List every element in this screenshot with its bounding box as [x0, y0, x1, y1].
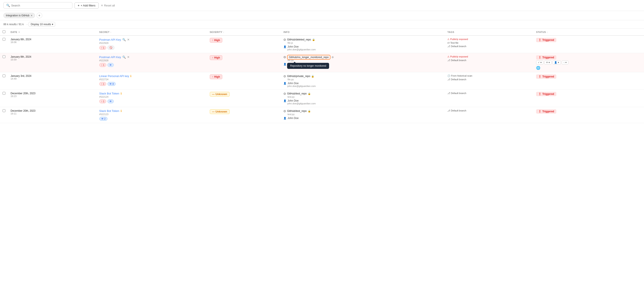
select-all-header[interactable] — [0, 29, 8, 35]
incidents-table: DATE ▼ SECRET ↕ SEVERITY ↕ INFO TAGS STA… — [0, 29, 644, 123]
secret-name-link[interactable]: Slack Bot Token — [99, 92, 119, 95]
file-name: test.py — [288, 95, 442, 98]
user-name: John Doe — [288, 117, 298, 120]
severity-cell: —Unknown — [207, 90, 281, 107]
search-input[interactable] — [11, 4, 70, 7]
repo-name[interactable]: GitHub/no_longer_monitored_repo — [287, 55, 330, 60]
more-button[interactable]: ↑ ▾ — [562, 60, 568, 64]
severity-sort-icon: ↕ — [223, 31, 224, 33]
severity-cell: —Unknown — [207, 107, 281, 123]
remove-filter-button[interactable]: × — [30, 14, 32, 17]
secret-name-link[interactable]: Slack Bot Token — [99, 109, 119, 113]
secret-badges: 👁 2 — [99, 117, 204, 121]
status-sort-icon: ↕ — [547, 31, 548, 33]
secret-badge-flame[interactable]: ↑ 1 — [99, 63, 106, 67]
date-sort-icon: ▼ — [18, 31, 20, 33]
secret-id: #522929 — [99, 42, 204, 44]
user-email: john.doe@gitguardian.com — [287, 48, 442, 51]
tags-cell: ⚠ Publicly exposed⎇ Default branch — [445, 53, 534, 72]
secret-column-header[interactable]: SECRET ↕ — [97, 29, 207, 35]
secret-badge-eye[interactable]: 👁 — [108, 99, 114, 103]
tag-item: ⎇ Default branch — [447, 45, 531, 48]
secret-badge-flame[interactable]: ↑ 1 — [99, 82, 106, 86]
info-icon[interactable]: ℹ — [120, 92, 122, 95]
row-checkbox-2[interactable] — [2, 74, 6, 77]
date-cell: December 20th, 202319:23 — [8, 90, 97, 107]
dismiss-button[interactable]: ✕ ▾ — [544, 60, 552, 64]
secret-cell: Slack Bot Token ℹ #522123 👁 2 — [97, 107, 207, 123]
filter-row: Integration is GitHub × + — [0, 11, 644, 20]
secret-name-link[interactable]: Postman API Key — [99, 38, 121, 41]
secret-badge-flame[interactable]: ↑ 1 — [99, 99, 106, 103]
user-icon: 👤 — [284, 117, 286, 120]
stop-icon: ⊗ — [332, 55, 334, 59]
tags-cell: ⚠ Publicly exposed🏷 Test file⎇ Default b… — [445, 35, 534, 53]
filter-tag-github: Integration is GitHub × — [4, 13, 35, 18]
row-checkbox-4[interactable] — [2, 109, 6, 112]
date-cell: January 3rd, 202414:49 — [8, 72, 97, 90]
secret-sort-icon: ↕ — [110, 31, 112, 33]
github-icon: ⊙ — [284, 92, 286, 95]
tag-item: ⎇ Default branch — [447, 92, 531, 95]
status-column-header[interactable]: STATUS ↕ — [534, 29, 644, 35]
lock-icon: 🔒 — [312, 38, 315, 41]
search-detail-icon[interactable]: 🔍 — [122, 55, 126, 59]
tag-item: ⎇ Default branch — [447, 59, 531, 62]
status-badge: ❗ Triggered — [536, 74, 556, 79]
row-checkbox-0[interactable] — [2, 38, 6, 41]
top-bar: 🔍 + + Add filters ✕ Reset all Integratio… — [0, 0, 644, 29]
row-checkbox-1[interactable] — [2, 55, 6, 58]
secret-badge-eye[interactable]: 👁 — [108, 63, 114, 67]
search-icon: 🔍 — [6, 4, 10, 7]
secret-badge-eye[interactable]: 👁 2 — [99, 117, 108, 121]
tags-cell: 🕐 From historical scan⎇ Default branch — [445, 72, 534, 90]
tags-cell: ⎇ Default branch — [445, 90, 534, 107]
results-info: 86 k results / 91 k · Display 10 results… — [0, 20, 644, 29]
dismiss-icon[interactable]: ✕ — [127, 55, 130, 59]
secret-badge-flame[interactable]: ↑ 1 — [99, 46, 106, 50]
tag-item: 🏷 Test file — [447, 41, 531, 44]
reset-all-button[interactable]: ✕ Reset all — [101, 4, 115, 7]
resolve-button[interactable]: ✓ ▾ — [536, 60, 544, 64]
row-checkbox-3[interactable] — [2, 92, 6, 95]
display-results-button[interactable]: Display 10 results ▾ — [29, 22, 55, 27]
secret-cell: Linear Personal API key ℹ #522724 ↑ 1👁 8 — [97, 72, 207, 90]
secret-name-link[interactable]: Postman API Key — [99, 55, 121, 59]
user-icon: 👤 — [284, 82, 286, 85]
severity-column-header[interactable]: SEVERITY ↕ — [207, 29, 281, 35]
assign-button[interactable]: 👤 ▾ — [552, 60, 561, 64]
repo-name[interactable]: GitHub/test_repo — [287, 92, 307, 95]
tag-item: 🕐 From historical scan — [447, 74, 531, 77]
user-icon: 👤 — [284, 45, 286, 48]
info-column-header: INFO — [281, 29, 445, 35]
secret-name-link[interactable]: Linear Personal API key — [99, 74, 129, 78]
info-icon[interactable]: ℹ — [120, 109, 122, 113]
severity-icon: ↑ — [212, 39, 214, 42]
repo-name[interactable]: GitHub/deleted_repo — [287, 38, 311, 41]
secret-badge-eye[interactable]: 👁 8 — [108, 82, 116, 86]
add-filters-button[interactable]: + + Add filters — [74, 2, 99, 8]
tooltip-box: Repository no longer monitored — [287, 63, 329, 69]
status-cell: ❗ Triggered ✓ ▾ ✕ ▾ 👤 ▾ ↑ ▾ 🌐 — [534, 53, 644, 72]
secret-id: #522123 — [99, 113, 204, 116]
secret-badge-eye-off[interactable]: 🚫 — [108, 46, 114, 50]
repo-name[interactable]: GitHub/private_repo — [287, 75, 310, 78]
select-all-checkbox[interactable] — [2, 30, 6, 33]
date-column-header[interactable]: DATE ▼ — [8, 29, 97, 35]
info-cell: ⊙ GitHub/deleted_repo 🔒 file.js 👤 John D… — [281, 35, 445, 53]
severity-cell: ↑High — [207, 53, 281, 72]
user-name: John Doe — [288, 99, 298, 102]
search-detail-icon[interactable]: 🔍 — [122, 38, 126, 41]
info-icon[interactable]: ℹ — [130, 74, 132, 78]
dismiss-icon[interactable]: ✕ — [127, 38, 130, 41]
severity-badge: —Unknown — [210, 92, 230, 97]
secret-id: #522928 — [99, 59, 204, 62]
info-cell: ⊙ GitHub/private_repo 🔒 file.py 👤 John D… — [281, 72, 445, 90]
tags-cell: ⎇ Default branch — [445, 107, 534, 123]
search-box[interactable]: 🔍 — [4, 2, 72, 8]
status-cell: ❗ Triggered — [534, 35, 644, 53]
repo-name[interactable]: GitHub/test_repo — [287, 109, 307, 113]
add-filter-tag-button[interactable]: + — [36, 13, 42, 18]
secret-cell: Slack Bot Token ℹ #522124 ↑ 1👁 — [97, 90, 207, 107]
secret-id: #522724 — [99, 78, 204, 81]
